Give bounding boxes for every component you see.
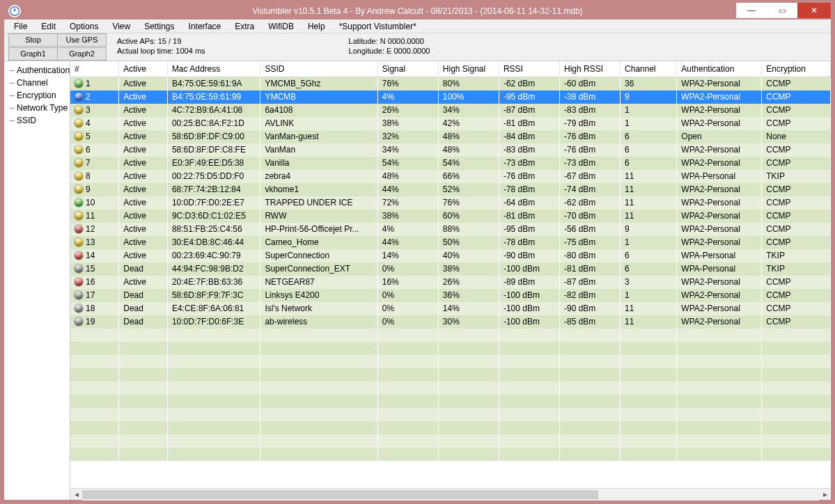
tree-item-label: Authentication (17, 65, 70, 75)
scroll-thumb[interactable] (82, 490, 598, 499)
table-row[interactable]: 4Active00:25:BC:8A:F2:1DAVLINK38%42%-81 … (70, 117, 830, 130)
col-header-signal[interactable]: Signal (377, 61, 438, 77)
tree-item-channel[interactable]: –Channel (4, 77, 70, 89)
col-header-ssid[interactable]: SSID (260, 61, 377, 77)
scroll-right-arrow-icon[interactable]: ▸ (819, 489, 831, 501)
scroll-track[interactable] (82, 489, 819, 501)
cell-auth: WPA-Personal (677, 249, 762, 262)
cell-sig: 38% (377, 117, 438, 130)
col-header-[interactable]: # (70, 61, 119, 77)
table-row[interactable]: 13Active30:E4:DB:8C:46:44Cameo_Home44%50… (70, 236, 830, 249)
graph1-button[interactable]: Graph1 (8, 47, 58, 61)
cell-enc: CCMP (762, 302, 831, 315)
table-row[interactable]: 15Dead44:94:FC:98:9B:D2SuperConnection_E… (70, 262, 830, 276)
table-row[interactable]: 16Active20:4E:7F:BB:63:36NETGEAR8716%26%… (70, 276, 830, 289)
table-row[interactable]: 6Active58:6D:8F:DF:C8:FEVanMan34%48%-83 … (70, 143, 830, 157)
horizontal-scrollbar[interactable]: ◂ ▸ (70, 488, 831, 500)
table-row-empty (70, 421, 830, 434)
col-header-rssi[interactable]: RSSI (499, 61, 559, 77)
table-row[interactable]: 18DeadE4:CE:8F:6A:06:81Isl's Network0%14… (70, 302, 830, 315)
row-number: 1 (86, 79, 91, 88)
cell-ssid: Isl's Network (260, 302, 377, 315)
cell-hrssi: -76 dBm (559, 130, 620, 143)
menu-help[interactable]: Help (301, 20, 332, 33)
menu-interface[interactable]: Interface (182, 20, 228, 33)
table-row[interactable]: 7ActiveE0:3F:49:EE:D5:38Vanilla54%54%-73… (70, 157, 830, 170)
cell-rssi: -100 dBm (499, 289, 559, 302)
table-row[interactable]: 14Active00:23:69:4C:90:79SuperConnection… (70, 249, 830, 262)
table-row[interactable]: 17Dead58:6D:8F:F9:7F:3CLinksys E42000%36… (70, 289, 830, 302)
tree-item-ssid[interactable]: –SSID (4, 114, 70, 127)
col-header-high-rssi[interactable]: High RSSI (559, 61, 620, 77)
tree-item-authentication[interactable]: –Authentication (4, 64, 70, 77)
cell-rssi: -90 dBm (499, 249, 559, 262)
menu-settings[interactable]: Settings (137, 20, 181, 33)
col-header-channel[interactable]: Channel (621, 61, 677, 77)
close-button[interactable]: ✕ (797, 3, 831, 18)
usegps-button[interactable]: Use GPS (57, 33, 107, 47)
tree-item-network-type[interactable]: –Network Type (4, 102, 70, 114)
cell-number: 1 (70, 77, 119, 90)
grid-scroll[interactable]: #ActiveMac AddressSSIDSignalHigh SignalR… (70, 61, 831, 488)
table-row[interactable]: 2ActiveB4:75:0E:59:61:99YMCMB4%100%-95 d… (70, 90, 830, 104)
maximize-button[interactable]: ▭ (767, 3, 797, 18)
cell-auth: WPA2-Personal (677, 302, 762, 315)
cell-number: 16 (70, 276, 119, 289)
table-row[interactable]: 10Active10:0D:7F:D0:2E:E7TRAPPED UNDER I… (70, 196, 830, 210)
col-header-active[interactable]: Active (119, 61, 168, 77)
cell-enc: CCMP (762, 315, 831, 329)
stop-button[interactable]: Stop (8, 33, 58, 47)
scroll-left-arrow-icon[interactable]: ◂ (70, 489, 82, 501)
window-title: Vistumbler v10.5.1 Beta 4 - By Andrew Ca… (4, 6, 831, 16)
cell-ch: 11 (621, 196, 677, 210)
table-row[interactable]: 19Dead10:0D:7F:D0:6F:3Eab-wireless0%30%-… (70, 315, 830, 329)
cell-mac: 20:4E:7F:BB:63:36 (167, 276, 260, 289)
col-header-mac-address[interactable]: Mac Address (167, 61, 260, 77)
titlebar[interactable]: Vistumbler v10.5.1 Beta 4 - By Andrew Ca… (4, 3, 831, 19)
tree-item-encryption[interactable]: –Encryption (4, 89, 70, 102)
menu-wifidb[interactable]: WifiDB (261, 20, 301, 33)
tree-item-label: Network Type (17, 103, 68, 113)
menu-edit[interactable]: Edit (34, 20, 63, 33)
cell-rssi: -87 dBm (499, 104, 559, 117)
table-row[interactable]: 1ActiveB4:75:0E:59:61:9AYMCMB_5Ghz76%80%… (70, 77, 830, 90)
tree-collapse-icon: – (7, 116, 17, 125)
tree-panel: –Authentication–Channel–Encryption–Netwo… (4, 61, 70, 500)
graph2-button[interactable]: Graph2 (57, 47, 107, 61)
cell-number: 10 (70, 196, 119, 210)
cell-ssid: VanMan (260, 143, 377, 157)
cell-number: 12 (70, 223, 119, 236)
table-row[interactable]: 12Active88:51:FB:25:C4:56HP-Print-56-Off… (70, 223, 830, 236)
col-header-encryption[interactable]: Encryption (762, 61, 831, 77)
cell-ch: 6 (621, 130, 677, 143)
signal-dot-icon (75, 132, 83, 141)
cell-auth: WPA2-Personal (677, 157, 762, 170)
menu-support-vistumbler[interactable]: *Support Vistumbler* (332, 20, 423, 33)
menu-extra[interactable]: Extra (228, 20, 261, 33)
table-row[interactable]: 5Active58:6D:8F:DF:C9:00VanMan-guest32%4… (70, 130, 830, 143)
cell-number: 19 (70, 315, 119, 329)
table-header-row: #ActiveMac AddressSSIDSignalHigh SignalR… (70, 61, 830, 77)
row-number: 16 (86, 277, 95, 287)
menu-view[interactable]: View (105, 20, 137, 33)
col-header-high-signal[interactable]: High Signal (438, 61, 499, 77)
table-row[interactable]: 11Active9C:D3:6D:C1:02:E5RWW38%60%-81 dB… (70, 210, 830, 223)
cell-active: Dead (119, 302, 168, 315)
cell-ch: 9 (621, 223, 677, 236)
minimize-button[interactable]: — (736, 3, 767, 18)
cell-hrssi: -73 dBm (559, 157, 620, 170)
cell-auth: WPA2-Personal (677, 289, 762, 302)
col-header-authentication[interactable]: Authentication (677, 61, 762, 77)
tree-item-label: Channel (17, 78, 48, 88)
cell-rssi: -78 dBm (499, 183, 559, 196)
row-number: 5 (86, 132, 91, 141)
cell-hsig: 26% (438, 276, 499, 289)
menu-options[interactable]: Options (63, 20, 105, 33)
table-row[interactable]: 9Active68:7F:74:2B:12:84vkhome144%52%-78… (70, 183, 830, 196)
cell-rssi: -64 dBm (499, 196, 559, 210)
table-row[interactable]: 8Active00:22:75:D5:DD:F0zebra448%66%-76 … (70, 170, 830, 183)
menu-file[interactable]: File (7, 20, 34, 33)
table-row[interactable]: 3Active4C:72:B9:6A:41:086a410826%34%-87 … (70, 104, 830, 117)
row-number: 3 (86, 105, 91, 115)
cell-auth: WPA2-Personal (677, 90, 762, 104)
